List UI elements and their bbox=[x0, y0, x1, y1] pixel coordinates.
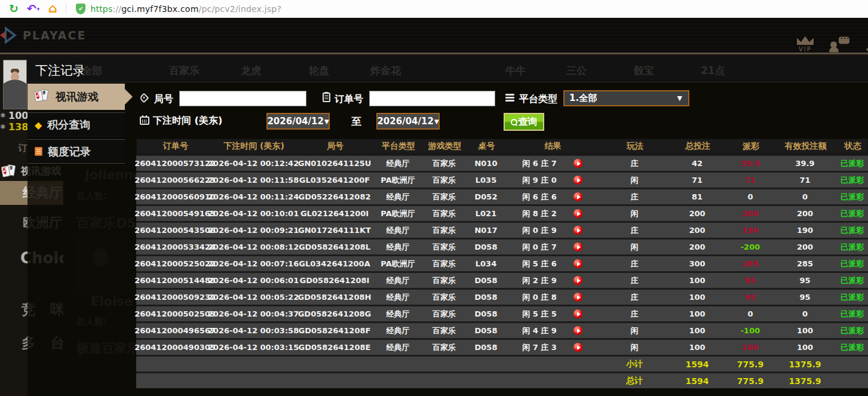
play-video-icon[interactable] bbox=[573, 309, 582, 318]
cell-type: 百家乐 bbox=[419, 240, 469, 254]
cell-game: GD0582641208I bbox=[293, 273, 376, 288]
table-row: 2604120004903052026-04-12 00:03:15GD0582… bbox=[136, 338, 868, 355]
cell-payout: 0 bbox=[727, 189, 774, 204]
summary-empty-cell bbox=[836, 373, 868, 388]
summary-label: 小计 bbox=[602, 357, 667, 372]
faint-tab: 21点 bbox=[701, 64, 725, 78]
panel-nav-credit-records[interactable]: 额度记录 bbox=[27, 139, 125, 164]
cell-time: 2026-04-12 00:06:01 bbox=[214, 273, 293, 288]
play-video-icon[interactable] bbox=[573, 159, 582, 168]
column-header: 派彩 bbox=[728, 139, 774, 154]
to-label: 至 bbox=[351, 115, 361, 128]
url-scheme: https bbox=[90, 4, 112, 14]
play-video-icon[interactable] bbox=[573, 326, 582, 335]
table-row: 2604120005334242026-04-12 00:08:12GD0582… bbox=[136, 238, 868, 254]
cell-result: 闲 6 庄 7 bbox=[503, 156, 602, 171]
cell-result: 闲 0 庄 9 bbox=[503, 223, 602, 238]
cell-game: GD0582641208L bbox=[293, 240, 376, 254]
refresh-icon[interactable]: ↻ bbox=[9, 3, 19, 14]
order-no-input[interactable] bbox=[369, 91, 495, 106]
panel-nav-video-games[interactable]: 9 K♥ 视讯游戏 bbox=[27, 84, 125, 110]
brand-logo[interactable]: PLAYACE bbox=[0, 25, 87, 45]
cell-platform: 经典厅 bbox=[376, 156, 419, 171]
result-text: 闲 9 庄 0 bbox=[522, 175, 557, 186]
cell-total: 100 bbox=[667, 273, 727, 288]
back-icon[interactable]: ↶▾ bbox=[27, 3, 39, 14]
summary-empty-cell bbox=[503, 357, 602, 372]
cell-type: 百家乐 bbox=[419, 340, 469, 355]
cell-total: 200 bbox=[667, 223, 727, 238]
cell-order: 260412000496567 bbox=[136, 323, 214, 338]
summary-empty-cell bbox=[469, 373, 503, 388]
summary-empty-cell bbox=[214, 373, 293, 388]
summary-payout: 775.9 bbox=[727, 373, 774, 388]
play-video-icon[interactable] bbox=[573, 209, 582, 218]
cell-type: 百家乐 bbox=[419, 173, 469, 188]
cell-game: GN0102641125U bbox=[293, 156, 376, 171]
cell-order: 260412000543506 bbox=[136, 223, 214, 238]
address-bar[interactable]: https://gci.myf7f3bx.com/pc/pcv2/index.j… bbox=[90, 4, 281, 14]
cell-result: 闲 5 庄 5 bbox=[503, 306, 602, 321]
play-video-icon[interactable] bbox=[573, 176, 582, 185]
result-text: 闲 6 庄 6 bbox=[522, 192, 557, 202]
cell-valid: 100 bbox=[774, 323, 836, 338]
cell-type: 百家乐 bbox=[419, 273, 469, 288]
cell-game: GL0342641200A bbox=[293, 256, 376, 271]
cell-status: 已派彩 bbox=[836, 290, 868, 305]
playing-cards-icon: 9 K♥ bbox=[2, 165, 17, 179]
cell-platform: PA欧洲厅 bbox=[376, 256, 419, 271]
platform-select[interactable]: 1.全部 ▼ bbox=[563, 90, 689, 106]
play-video-icon[interactable] bbox=[573, 192, 582, 201]
url-path: /pc/pcv2/index.jsp? bbox=[198, 4, 281, 14]
play-video-icon[interactable] bbox=[573, 293, 582, 302]
music-icon[interactable]: ♪ bbox=[865, 34, 868, 55]
cell-result: 闲 9 庄 0 bbox=[503, 173, 602, 188]
play-video-icon[interactable] bbox=[573, 242, 582, 251]
table-header-row: 订单号下注时间 (美东)局号平台类型游戏类型桌号结果玩法总投注派彩有效投注额状态 bbox=[136, 139, 868, 154]
vip-button[interactable]: VIP bbox=[797, 36, 814, 53]
platform-icon bbox=[505, 94, 514, 96]
summary-empty-cell bbox=[376, 357, 419, 372]
cell-game: GD0582641208F bbox=[293, 323, 376, 338]
cell-result: 闲 7 庄 3 bbox=[503, 340, 602, 355]
cell-time: 2026-04-12 00:08:12 bbox=[214, 240, 293, 254]
cell-valid: 71 bbox=[774, 173, 836, 188]
home-icon[interactable]: ⌂ bbox=[48, 2, 57, 15]
cell-total: 100 bbox=[667, 290, 727, 305]
date-from-select[interactable]: 2026/04/12 ▼ bbox=[266, 113, 330, 130]
cell-result: 闲 5 庄 6 bbox=[503, 256, 602, 271]
cell-payout: 39.9 bbox=[727, 156, 774, 171]
cell-table: D058 bbox=[469, 273, 503, 288]
result-text: 闲 7 庄 3 bbox=[522, 342, 557, 353]
result-text: 闲 8 庄 2 bbox=[522, 208, 557, 219]
cell-result: 闲 4 庄 9 bbox=[503, 323, 602, 338]
customer-service-icon[interactable] bbox=[829, 36, 849, 52]
cell-valid: 285 bbox=[774, 256, 836, 271]
cell-time: 2026-04-12 00:04:37 bbox=[214, 306, 293, 321]
cell-type: 百家乐 bbox=[419, 323, 469, 338]
panel-nav-points-query[interactable]: ◆ 积分查询 bbox=[27, 112, 125, 137]
play-video-icon[interactable] bbox=[573, 226, 582, 235]
game-no-input[interactable] bbox=[179, 91, 306, 106]
summary-empty-cell bbox=[469, 357, 503, 372]
secure-shield-icon[interactable]: ✔ bbox=[76, 4, 85, 14]
play-video-icon[interactable] bbox=[573, 276, 582, 285]
date-to-select[interactable]: 2026/04/12 ▼ bbox=[376, 113, 440, 130]
cell-order: 260412000573122 bbox=[136, 156, 214, 171]
summary-empty-cell bbox=[293, 357, 376, 372]
faint-tab: 龙虎 bbox=[241, 64, 261, 78]
cell-status: 已派彩 bbox=[836, 273, 868, 288]
column-header: 有效投注额 bbox=[774, 139, 837, 154]
user-avatar[interactable] bbox=[3, 60, 27, 109]
summary-payout: 775.9 bbox=[727, 357, 774, 372]
document-icon bbox=[35, 147, 42, 156]
faint-tab: 轮盘 bbox=[309, 64, 329, 78]
cell-order: 260412000525022 bbox=[136, 256, 214, 271]
summary-empty-cell bbox=[136, 373, 214, 388]
play-video-icon[interactable] bbox=[573, 259, 582, 268]
search-button[interactable]: 查询 bbox=[504, 113, 544, 131]
cell-valid: 0 bbox=[774, 189, 836, 204]
play-video-icon[interactable] bbox=[573, 343, 582, 352]
summary-empty-cell bbox=[419, 357, 469, 372]
faint-tab: 炸金花 bbox=[370, 64, 401, 78]
